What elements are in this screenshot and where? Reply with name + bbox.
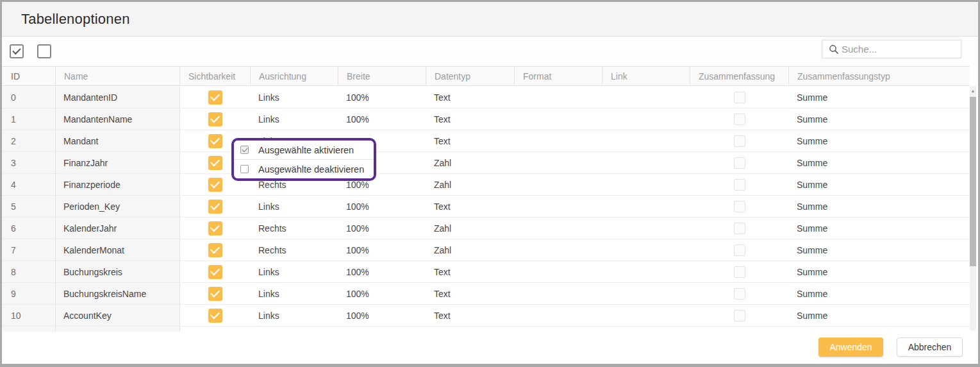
cell-alignment[interactable]: Links: [251, 87, 338, 108]
apply-button[interactable]: Anwenden: [818, 337, 883, 357]
vertical-scrollbar[interactable]: ▲: [970, 86, 976, 330]
visibility-checkbox[interactable]: [208, 265, 222, 279]
cell-alignment[interactable]: Links: [251, 108, 338, 130]
cell-datatype[interactable]: Zahl: [426, 218, 515, 239]
visibility-checkbox[interactable]: [208, 243, 222, 257]
cell-link[interactable]: [602, 130, 690, 151]
summary-checkbox[interactable]: [734, 114, 745, 125]
menu-item-activate-selected[interactable]: Ausgewählte aktivieren: [234, 141, 374, 160]
summary-checkbox[interactable]: [734, 92, 745, 103]
cell-width[interactable]: 100%: [338, 218, 426, 239]
cell-summary-type[interactable]: Summe: [789, 152, 970, 173]
cell-link[interactable]: [602, 108, 690, 130]
cell-width[interactable]: 100%: [338, 87, 426, 108]
cell-datatype[interactable]: Text: [426, 130, 515, 151]
cell-summary-type[interactable]: Summe: [789, 174, 970, 195]
cell-datatype[interactable]: Text: [426, 87, 515, 108]
visibility-checkbox[interactable]: [208, 200, 222, 214]
visibility-checkbox[interactable]: [208, 156, 222, 170]
column-header-summary-type[interactable]: Zusammenfassungstyp: [789, 67, 970, 85]
summary-checkbox[interactable]: [734, 223, 745, 234]
cell-alignment[interactable]: Links: [251, 305, 338, 326]
cell-datatype[interactable]: Zahl: [426, 239, 515, 260]
cell-format[interactable]: [515, 261, 602, 282]
scroll-up-icon[interactable]: ▲: [970, 87, 976, 95]
summary-checkbox[interactable]: [734, 310, 745, 321]
visibility-checkbox[interactable]: [208, 134, 222, 148]
cell-alignment[interactable]: Links: [251, 261, 338, 282]
summary-checkbox[interactable]: [734, 179, 745, 191]
cell-format[interactable]: [515, 305, 602, 326]
cell-summary-type[interactable]: Summe: [789, 283, 970, 304]
cell-width[interactable]: 100%: [338, 261, 426, 282]
cell-summary-type[interactable]: Summe: [789, 108, 970, 130]
cell-width[interactable]: 100%: [338, 305, 426, 326]
cell-width[interactable]: 100%: [338, 108, 426, 130]
column-header-alignment[interactable]: Ausrichtung: [251, 67, 338, 85]
column-header-width[interactable]: Breite: [338, 67, 426, 85]
cell-link[interactable]: [602, 305, 690, 326]
cell-summary-type[interactable]: Summe: [789, 239, 970, 260]
cell-summary-type[interactable]: Summe: [789, 196, 970, 217]
cell-alignment[interactable]: Links: [251, 196, 338, 217]
column-header-summary[interactable]: Zusammenfassung: [690, 67, 789, 85]
cell-link[interactable]: [602, 152, 690, 173]
visibility-checkbox[interactable]: [208, 178, 222, 192]
summary-checkbox[interactable]: [734, 266, 745, 278]
cell-datatype[interactable]: Text: [426, 305, 515, 326]
cell-alignment[interactable]: Rechts: [251, 239, 338, 260]
cell-format[interactable]: [515, 152, 602, 173]
cell-width[interactable]: 100%: [338, 283, 426, 304]
cell-format[interactable]: [515, 87, 602, 108]
cell-alignment[interactable]: Rechts: [251, 218, 338, 239]
column-header-format[interactable]: Format: [515, 67, 602, 85]
column-header-visibility[interactable]: Sichtbarkeit: [180, 67, 251, 85]
cell-link[interactable]: [602, 239, 690, 260]
cell-summary-type[interactable]: Summe: [789, 261, 970, 282]
cell-datatype[interactable]: Text: [426, 261, 515, 282]
cell-link[interactable]: [602, 87, 690, 108]
column-header-datatype[interactable]: Datentyp: [426, 67, 515, 85]
visibility-checkbox[interactable]: [208, 90, 222, 105]
search-box[interactable]: [822, 40, 961, 58]
cell-link[interactable]: [602, 261, 690, 282]
select-all-checkbox[interactable]: [10, 44, 24, 58]
cell-format[interactable]: [515, 174, 602, 195]
visibility-checkbox[interactable]: [208, 112, 222, 126]
cell-format[interactable]: [515, 108, 602, 130]
cell-format[interactable]: [515, 239, 602, 260]
menu-item-deactivate-selected[interactable]: Ausgewählte deaktivieren: [234, 160, 374, 178]
cell-summary-type[interactable]: Summe: [789, 218, 970, 239]
cell-datatype[interactable]: Zahl: [426, 152, 515, 173]
cell-format[interactable]: [515, 218, 602, 239]
cancel-button[interactable]: Abbrechen: [897, 337, 963, 357]
summary-checkbox[interactable]: [734, 244, 745, 256]
column-header-link[interactable]: Link: [602, 67, 690, 85]
summary-checkbox[interactable]: [734, 157, 745, 169]
column-header-id[interactable]: ID: [2, 67, 56, 85]
cell-datatype[interactable]: Text: [426, 108, 515, 130]
cell-summary-type[interactable]: Summe: [789, 87, 970, 108]
cell-datatype[interactable]: Text: [426, 283, 515, 304]
cell-datatype[interactable]: Zahl: [426, 174, 515, 195]
cell-summary-type[interactable]: Summe: [789, 130, 970, 151]
cell-width[interactable]: 100%: [338, 239, 426, 260]
summary-checkbox[interactable]: [734, 201, 745, 212]
cell-format[interactable]: [515, 130, 602, 151]
scrollbar-thumb[interactable]: [970, 97, 976, 266]
summary-checkbox[interactable]: [734, 135, 745, 147]
cell-link[interactable]: [602, 196, 690, 217]
cell-link[interactable]: [602, 283, 690, 304]
cell-link[interactable]: [602, 218, 690, 239]
cell-datatype[interactable]: Text: [426, 196, 515, 217]
cell-format[interactable]: [515, 196, 602, 217]
visibility-checkbox[interactable]: [208, 309, 222, 323]
cell-alignment[interactable]: Links: [251, 283, 338, 304]
cell-format[interactable]: [515, 283, 602, 304]
cell-summary-type[interactable]: Summe: [789, 305, 970, 326]
column-header-name[interactable]: Name: [56, 67, 180, 85]
cell-width[interactable]: 100%: [338, 196, 426, 217]
visibility-checkbox[interactable]: [208, 221, 222, 235]
deselect-all-checkbox[interactable]: [37, 44, 51, 58]
visibility-checkbox[interactable]: [208, 287, 222, 301]
